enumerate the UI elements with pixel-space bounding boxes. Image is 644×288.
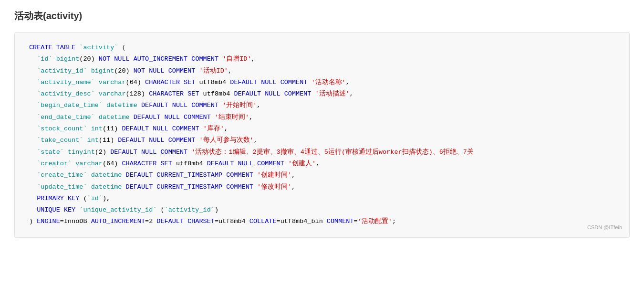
code-line-3: `activity_id` bigint(20) NOT NULL COMMEN… (29, 65, 615, 77)
code-line-13: `update_time` datetime DEFAULT CURRENT_T… (29, 181, 615, 193)
code-line-14: PRIMARY KEY (`id`), (29, 193, 615, 204)
watermark: CSDN @ITfeib (587, 223, 622, 233)
page-title: 活动表(activity) (14, 10, 630, 22)
code-line-7: `end_date_time` datetime DEFAULT NULL CO… (29, 112, 615, 123)
code-line-2: `id` bigint(20) NOT NULL AUTO_INCREMENT … (29, 53, 615, 65)
code-line-5: `activity_desc` varchar(128) CHARACTER S… (29, 88, 615, 100)
code-line-6: `begin_date_time` datetime DEFAULT NULL … (29, 100, 615, 111)
code-line-15: UNIQUE KEY `unique_activity_id` (`activi… (29, 204, 615, 216)
code-line-8: `stock_count` int(11) DEFAULT NULL COMME… (29, 123, 615, 135)
code-line-10: `state` tinyint(2) DEFAULT NULL COMMENT … (29, 147, 615, 158)
code-line-4: `activity_name` varchar(64) CHARACTER SE… (29, 77, 615, 88)
code-line-1: CREATE TABLE `activity` ( (29, 42, 615, 53)
code-line-16: ) ENGINE=InnoDB AUTO_INCREMENT=2 DEFAULT… (29, 216, 615, 227)
code-block: CREATE TABLE `activity` ( `id` bigint(20… (14, 32, 630, 238)
code-line-12: `create_time` datetime DEFAULT CURRENT_T… (29, 170, 615, 181)
code-line-9: `take_count` int(11) DEFAULT NULL COMMEN… (29, 135, 615, 146)
code-line-11: `creator` varchar(64) CHARACTER SET utf8… (29, 158, 615, 170)
